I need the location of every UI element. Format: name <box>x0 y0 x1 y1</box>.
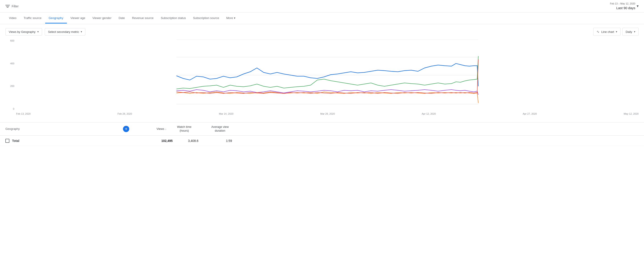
red-line <box>176 59 478 93</box>
chart-svg-area: Feb 13, 2020 Feb 28, 2020 Mar 14, 2020 M… <box>16 39 639 117</box>
tab-subscription-source[interactable]: Subscription source <box>190 13 223 23</box>
y-label-200: 200 <box>10 85 14 87</box>
date-range-chevron-icon: ▾ <box>636 3 639 8</box>
tab-revenue-source[interactable]: Revenue source <box>128 13 157 23</box>
date-range-selector[interactable]: Feb 13 – May 12, 2020 Last 90 days ▾ <box>610 2 639 10</box>
date-range-top: Feb 13 – May 12, 2020 <box>610 2 635 5</box>
filter-icon <box>5 5 10 7</box>
total-views-value: 102,495 <box>140 139 175 143</box>
granularity-dropdown[interactable]: Daily ▾ <box>622 28 639 36</box>
tab-geography[interactable]: Geography <box>45 13 67 23</box>
granularity-chevron-icon: ▾ <box>634 30 635 33</box>
tab-subscription-status[interactable]: Subscription status <box>157 13 190 23</box>
orange-line <box>176 92 478 103</box>
controls-row: Views by Geography ▾ Select secondary me… <box>0 24 644 39</box>
primary-metric-dropdown[interactable]: Views by Geography ▾ <box>5 28 42 35</box>
filter-label: Filter <box>12 4 18 8</box>
table-header: Geography + Views ↓ Watch time(hours) Av… <box>0 122 644 136</box>
tab-more[interactable]: More ▾ <box>223 13 239 23</box>
x-label-apr12: Apr 12, 2020 <box>422 112 436 115</box>
tab-viewer-age[interactable]: Viewer age <box>67 13 89 23</box>
chart-type-dropdown[interactable]: ∿ Line chart ▾ <box>593 28 620 36</box>
x-label-feb13: Feb 13, 2020 <box>16 112 31 115</box>
add-column-button[interactable]: + <box>122 126 130 132</box>
y-label-0: 0 <box>13 107 14 110</box>
x-label-mar14: Mar 14, 2020 <box>219 112 234 115</box>
col-header-geography: Geography <box>5 127 122 131</box>
y-axis: 600 400 200 0 <box>5 39 16 117</box>
green-line <box>176 56 478 89</box>
x-label-may12: May 12, 2020 <box>624 112 639 115</box>
chart-type-chevron-icon: ▾ <box>616 30 617 33</box>
col-header-views: Views ↓ <box>130 127 166 131</box>
geography-cell-total: Total <box>5 139 130 143</box>
table-row: Total 102,495 3,408.6 1:59 <box>0 136 644 146</box>
total-avgduration-value: 1:59 <box>211 139 247 143</box>
total-checkbox[interactable] <box>5 139 10 143</box>
chart-container: 600 400 200 0 <box>0 39 644 120</box>
y-label-600: 600 <box>10 39 14 42</box>
controls-left: Views by Geography ▾ Select secondary me… <box>5 28 86 35</box>
secondary-metric-dropdown[interactable]: Select secondary metric ▾ <box>45 28 86 35</box>
tabs-container: Video Traffic source Geography Viewer ag… <box>0 12 644 24</box>
add-circle-icon[interactable]: + <box>123 126 129 132</box>
total-label: Total <box>12 139 19 143</box>
tab-video[interactable]: Video <box>5 13 20 23</box>
secondary-metric-label: Select secondary metric <box>48 30 79 33</box>
controls-right: ∿ Line chart ▾ Daily ▾ <box>593 28 639 36</box>
secondary-metric-chevron-icon: ▾ <box>81 30 82 33</box>
top-bar: Filter Feb 13 – May 12, 2020 Last 90 day… <box>0 0 644 12</box>
col-header-watchtime: Watch time(hours) <box>166 125 202 133</box>
primary-metric-label: Views by Geography <box>9 30 36 33</box>
tab-viewer-gender[interactable]: Viewer gender <box>89 13 115 23</box>
more-chevron-icon: ▾ <box>234 16 236 20</box>
filter-button[interactable]: Filter <box>5 4 18 8</box>
blue-line <box>176 63 478 86</box>
total-watchtime-value: 3,408.6 <box>175 139 211 143</box>
x-axis: Feb 13, 2020 Feb 28, 2020 Mar 14, 2020 M… <box>16 111 639 117</box>
chart-type-label: Line chart <box>601 30 614 33</box>
tab-traffic-source[interactable]: Traffic source <box>20 13 45 23</box>
x-label-feb28: Feb 28, 2020 <box>118 112 132 115</box>
x-label-apr27: Apr 27, 2020 <box>523 112 537 115</box>
granularity-label: Daily <box>626 30 632 33</box>
primary-metric-chevron-icon: ▾ <box>37 30 39 33</box>
x-label-mar29: Mar 29, 2020 <box>320 112 335 115</box>
line-chart-icon: ∿ <box>596 30 600 34</box>
line-chart <box>16 39 639 111</box>
date-range-bottom: Last 90 days <box>610 5 635 10</box>
col-header-avgduration: Average viewduration <box>202 125 238 133</box>
tab-date[interactable]: Date <box>115 13 128 23</box>
table-section: Geography + Views ↓ Watch time(hours) Av… <box>0 122 644 146</box>
y-label-400: 400 <box>10 62 14 65</box>
